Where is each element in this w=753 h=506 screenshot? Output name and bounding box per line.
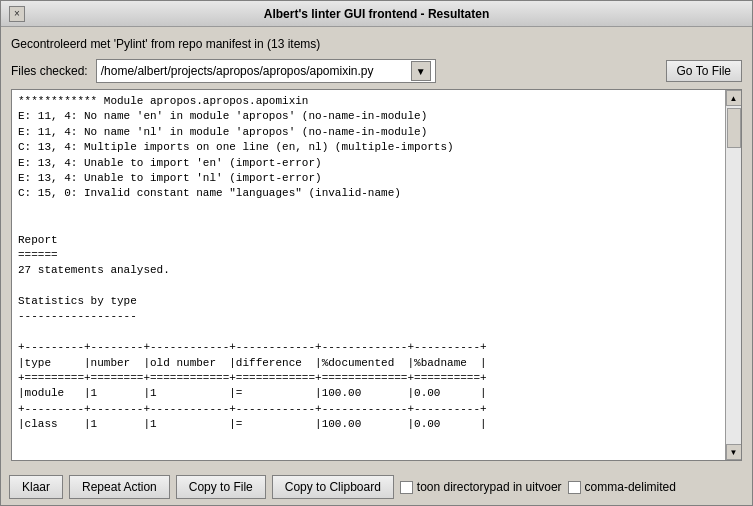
window-title: Albert's linter GUI frontend - Resultate… <box>264 7 490 21</box>
files-label: Files checked: <box>11 64 88 78</box>
toon-directorypad-checkbox[interactable] <box>400 481 413 494</box>
title-bar: × Albert's linter GUI frontend - Resulta… <box>1 1 752 27</box>
comma-delimited-label: comma-delimited <box>585 480 676 494</box>
files-row: Files checked: /home/albert/projects/apr… <box>11 59 742 83</box>
go-to-file-button[interactable]: Go To File <box>666 60 742 82</box>
copy-to-clipboard-button[interactable]: Copy to Clipboard <box>272 475 394 499</box>
close-button[interactable]: × <box>9 6 25 22</box>
scroll-down-button[interactable]: ▼ <box>726 444 742 460</box>
vertical-scrollbar[interactable]: ▲ ▼ <box>725 90 741 460</box>
chevron-down-icon[interactable]: ▼ <box>411 61 431 81</box>
content-area: Gecontroleerd met 'Pylint' from repo man… <box>1 27 752 469</box>
toon-directorypad-checkbox-item[interactable]: toon directorypad in uitvoer <box>400 480 562 494</box>
klaar-button[interactable]: Klaar <box>9 475 63 499</box>
comma-delimited-checkbox[interactable] <box>568 481 581 494</box>
output-text-content[interactable]: ************ Module apropos.apropos.apom… <box>12 90 725 460</box>
scroll-up-button[interactable]: ▲ <box>726 90 742 106</box>
main-window: × Albert's linter GUI frontend - Resulta… <box>0 0 753 506</box>
copy-to-file-button[interactable]: Copy to File <box>176 475 266 499</box>
checked-label: Gecontroleerd met 'Pylint' from repo man… <box>11 35 742 53</box>
files-dropdown-value: /home/albert/projects/apropos/apropos/ap… <box>101 64 407 78</box>
output-text-area: ************ Module apropos.apropos.apom… <box>11 89 742 461</box>
bottom-bar: Klaar Repeat Action Copy to File Copy to… <box>1 469 752 505</box>
toon-directorypad-label: toon directorypad in uitvoer <box>417 480 562 494</box>
files-dropdown[interactable]: /home/albert/projects/apropos/apropos/ap… <box>96 59 436 83</box>
scrollbar-track[interactable] <box>726 106 741 444</box>
scrollbar-thumb[interactable] <box>727 108 741 148</box>
comma-delimited-checkbox-item[interactable]: comma-delimited <box>568 480 676 494</box>
close-icon: × <box>14 8 20 19</box>
repeat-action-button[interactable]: Repeat Action <box>69 475 170 499</box>
